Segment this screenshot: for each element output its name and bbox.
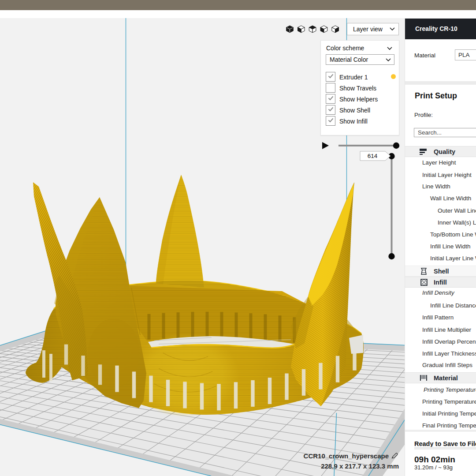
svg-text:614: 614 (368, 153, 378, 159)
